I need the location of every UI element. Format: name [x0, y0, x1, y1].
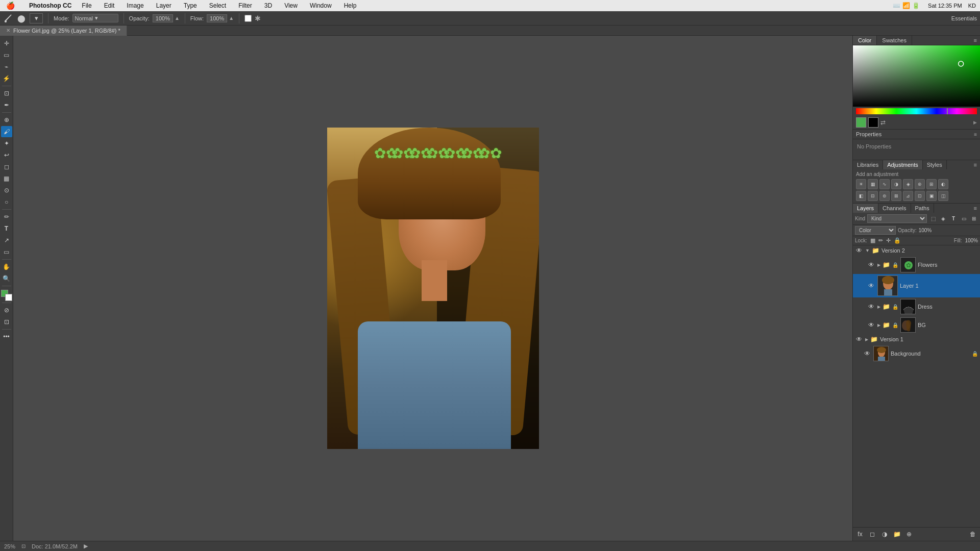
- menu-layer[interactable]: Layer: [154, 2, 174, 9]
- screen-mode[interactable]: ⊡: [1, 316, 12, 328]
- zoom-level[interactable]: 25%: [4, 543, 15, 549]
- move-tool[interactable]: ✛: [1, 38, 12, 49]
- magic-wand-tool[interactable]: ⚡: [1, 73, 12, 84]
- dress-arrow-icon[interactable]: ▶: [877, 305, 880, 309]
- path-selection-tool[interactable]: ↗: [1, 235, 12, 246]
- opacity-value[interactable]: 100%: [919, 228, 937, 233]
- layer-item-layer1[interactable]: 👁 Layer 1: [853, 274, 980, 297]
- version2-eye-icon[interactable]: 👁: [855, 247, 863, 254]
- quick-mask-toggle[interactable]: ⊘: [1, 305, 12, 316]
- color-swatches[interactable]: [1, 290, 12, 301]
- document-tab[interactable]: ✕ Flower Girl.jpg @ 25% (Layer 1, RGB/8#…: [0, 26, 127, 36]
- layer-item-dress[interactable]: 👁 ▶ 📁 🔒 Dress: [853, 297, 980, 316]
- canvas-image[interactable]: [327, 128, 539, 449]
- tab-color[interactable]: Color: [853, 36, 877, 45]
- vibrance-icon[interactable]: ◈: [903, 179, 913, 189]
- version1-arrow-icon[interactable]: ▶: [865, 337, 868, 342]
- hue-sat-icon[interactable]: ⊛: [915, 179, 925, 189]
- filter-shape-icon[interactable]: ▭: [960, 215, 968, 223]
- color-lookup-icon[interactable]: ⊜: [879, 191, 890, 201]
- version2-arrow-icon[interactable]: ▼: [865, 248, 870, 253]
- flow-slider-icon[interactable]: ▲: [229, 15, 234, 21]
- filter-adjustment-icon[interactable]: ◈: [939, 215, 947, 223]
- opacity-slider-icon[interactable]: ▲: [175, 15, 180, 21]
- filter-smart-icon[interactable]: ⊞: [970, 215, 978, 223]
- tab-styles[interactable]: Styles: [923, 160, 947, 169]
- kind-select[interactable]: Kind: [867, 214, 927, 223]
- filter-pixel-icon[interactable]: ⬚: [929, 215, 937, 223]
- zoom-fit-icon[interactable]: ⊡: [21, 543, 26, 549]
- layer-item-flowers[interactable]: 👁 ▶ 📁 🔒 ✿ Flowers: [853, 256, 980, 274]
- new-fill-layer-button[interactable]: ◑: [879, 529, 890, 539]
- menu-image[interactable]: Image: [125, 2, 145, 9]
- zoom-tool[interactable]: 🔍: [1, 273, 12, 284]
- background-swatch[interactable]: [868, 117, 878, 128]
- new-group-button[interactable]: 📁: [892, 529, 902, 539]
- gradient-map-icon[interactable]: ▣: [926, 191, 937, 201]
- curves-icon[interactable]: ∿: [879, 179, 890, 189]
- levels-icon[interactable]: ▦: [868, 179, 878, 189]
- lock-paint-icon[interactable]: ✏: [878, 237, 883, 244]
- new-layer-button[interactable]: ⊕: [904, 529, 914, 539]
- posterize-icon[interactable]: ⊿: [903, 191, 913, 201]
- eyedropper-tool[interactable]: ✒: [1, 99, 12, 111]
- filter-type-icon[interactable]: T: [949, 215, 958, 223]
- history-brush-tool[interactable]: ↩: [1, 149, 12, 161]
- bg-arrow-icon[interactable]: ▶: [877, 323, 880, 328]
- brush-size-icon[interactable]: ⬤: [16, 13, 27, 23]
- delete-layer-button[interactable]: 🗑: [968, 529, 978, 539]
- photo-filter-icon[interactable]: ◧: [856, 191, 866, 201]
- lock-position-icon[interactable]: ✛: [886, 237, 891, 244]
- airbrush-toggle[interactable]: [244, 15, 252, 22]
- menu-view[interactable]: View: [282, 2, 300, 9]
- tab-adjustments[interactable]: Adjustments: [883, 160, 923, 169]
- menu-type[interactable]: Type: [182, 2, 199, 9]
- crop-tool[interactable]: ⊡: [1, 88, 12, 99]
- close-icon[interactable]: ✕: [6, 28, 10, 33]
- status-arrow[interactable]: ▶: [84, 543, 88, 549]
- expand-color-panel[interactable]: ▶: [973, 120, 977, 125]
- tab-libraries[interactable]: Libraries: [853, 160, 883, 169]
- tab-swatches[interactable]: Swatches: [877, 36, 912, 45]
- eraser-tool[interactable]: ◻: [1, 161, 12, 172]
- marquee-tool[interactable]: ▭: [1, 49, 12, 61]
- selective-color-icon[interactable]: ◫: [938, 191, 948, 201]
- threshold-icon[interactable]: ⊡: [915, 191, 925, 201]
- flowers-eye-icon[interactable]: 👁: [867, 261, 875, 268]
- properties-expand[interactable]: ≡: [974, 132, 977, 137]
- layer-group-version1-header[interactable]: 👁 ▶ 📁 Version 1: [853, 334, 980, 344]
- menu-filter[interactable]: Filter: [236, 2, 254, 9]
- layers-panel-menu[interactable]: ≡: [971, 204, 980, 213]
- gradient-tool[interactable]: ▦: [1, 173, 12, 184]
- blur-tool[interactable]: ⊙: [1, 185, 12, 196]
- color-panel-menu[interactable]: ≡: [971, 36, 980, 45]
- lasso-tool[interactable]: ⌁: [1, 61, 12, 72]
- apple-menu[interactable]: 🍎: [4, 2, 17, 10]
- lock-transparency-icon[interactable]: ▦: [870, 237, 875, 244]
- foreground-swatch[interactable]: [856, 117, 866, 128]
- layer-item-background[interactable]: 👁 Background 🔒: [853, 344, 980, 363]
- bg-eye-icon[interactable]: 👁: [867, 321, 875, 329]
- layer-mask-button[interactable]: ◻: [867, 529, 877, 539]
- hand-tool[interactable]: ✋: [1, 261, 12, 272]
- brightness-contrast-icon[interactable]: ☀: [856, 179, 866, 189]
- extra-tools[interactable]: •••: [1, 331, 12, 342]
- adjustments-menu[interactable]: ≡: [971, 160, 980, 169]
- layer-item-bg[interactable]: 👁 ▶ 📁 🔒: [853, 316, 980, 334]
- layer1-eye-icon[interactable]: 👁: [867, 282, 875, 289]
- menu-edit[interactable]: Edit: [102, 2, 117, 9]
- opacity-input[interactable]: [153, 14, 173, 22]
- fill-value[interactable]: 100%: [965, 238, 978, 243]
- dress-eye-icon[interactable]: 👁: [867, 303, 875, 310]
- menu-window[interactable]: Window: [308, 2, 334, 9]
- menu-3d[interactable]: 3D: [262, 2, 274, 9]
- layer-fx-button[interactable]: fx: [855, 529, 865, 539]
- menu-select[interactable]: Select: [207, 2, 228, 9]
- background-color[interactable]: [5, 294, 12, 301]
- blend-mode-select[interactable]: Color Normal Multiply: [855, 226, 896, 235]
- bw-icon[interactable]: ◐: [938, 179, 948, 189]
- lock-all-icon[interactable]: 🔒: [894, 237, 901, 244]
- flowers-arrow-icon[interactable]: ▶: [877, 263, 880, 267]
- text-tool[interactable]: T: [1, 223, 12, 234]
- tab-channels[interactable]: Channels: [878, 204, 911, 213]
